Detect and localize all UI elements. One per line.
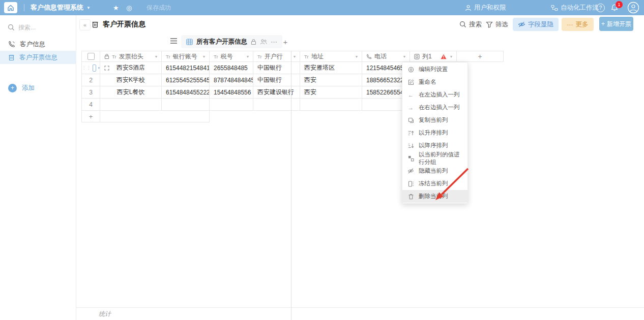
column-header-bank-account[interactable]: Tr 银行账号 ▾	[162, 51, 210, 62]
cell-bank-account[interactable]: 615448215484121548	[162, 62, 210, 74]
home-button[interactable]	[4, 2, 17, 13]
field-visibility-button[interactable]: 字段显隐	[513, 18, 559, 31]
drag-handle-icon[interactable]: ⋮⋮	[82, 67, 91, 70]
view-tab-more-icon[interactable]: ⋯	[271, 38, 277, 46]
cell-bank-account[interactable]	[162, 99, 210, 111]
cell-tax-number[interactable]: 15454848556	[210, 86, 253, 99]
column-header-invoice-title[interactable]: Tr 发票抬头 ▾	[100, 51, 162, 62]
cell-bank-account[interactable]: 6154848455222225...	[162, 86, 210, 99]
column-header-tax-number[interactable]: Tr 税号 ▾	[210, 51, 253, 62]
cell-value: 6154848455222225...	[166, 89, 210, 96]
add-column-button[interactable]: +	[457, 51, 504, 62]
row-head[interactable]: 4	[81, 99, 100, 111]
search-button[interactable]: 搜索	[459, 18, 482, 31]
expand-record-icon[interactable]	[104, 66, 109, 71]
column-header-phone[interactable]: 电话 ▾	[362, 51, 410, 62]
favorite-star-icon[interactable]: ★	[113, 0, 119, 15]
eye-off-icon	[407, 168, 414, 174]
add-view-button[interactable]: +	[279, 35, 292, 48]
select-all-cell[interactable]	[81, 51, 100, 62]
table-row[interactable]: ⋮⋮ ▾ 西安S酒店 615448215484121548 2655848485…	[81, 62, 457, 74]
cell-bank-branch[interactable]: 中国银行	[253, 74, 300, 86]
column-dropdown-icon[interactable]: ▾	[450, 54, 452, 59]
cell-bank-branch[interactable]: 西安建设银行	[253, 86, 300, 99]
cell-invoice-title[interactable]: 西安K学校	[100, 74, 162, 86]
add-row-button[interactable]: +	[81, 111, 100, 122]
row-head[interactable]: 3	[81, 86, 100, 99]
table-row[interactable]: 4	[81, 99, 457, 111]
column-header-address[interactable]: Tr 地址 ▾	[300, 51, 362, 62]
column-dropdown-icon[interactable]: ▾	[155, 54, 157, 59]
cell-address[interactable]: 西安	[300, 74, 362, 86]
sort-asc-icon	[407, 130, 414, 136]
arrow-left-icon: ←	[407, 91, 414, 98]
group-icon	[407, 155, 414, 162]
cell-tax-number[interactable]: 878748484845	[210, 74, 253, 86]
column-dropdown-icon[interactable]: ▾	[294, 54, 296, 59]
select-all-checkbox[interactable]	[87, 53, 95, 60]
column-header-column1[interactable]: 列1 ▾	[410, 51, 457, 62]
cell-invoice-title[interactable]: 西安S酒店	[100, 62, 162, 74]
menu-item-label: 以升序排列	[419, 129, 448, 137]
cell-value: 西安雁塔区	[304, 63, 335, 72]
menu-item-rename[interactable]: 重命名	[402, 76, 467, 88]
cell-tax-number[interactable]	[210, 99, 253, 111]
row-checkbox[interactable]	[93, 65, 96, 72]
cell-bank-branch[interactable]: 中国银行	[253, 62, 300, 74]
sidebar-add-button[interactable]: + 添加	[0, 80, 76, 95]
sidebar-search-input[interactable]	[17, 23, 70, 31]
cell-value: 15454848556	[214, 89, 251, 96]
column-dropdown-icon[interactable]: ▾	[356, 54, 358, 59]
cell-invoice-title[interactable]	[100, 99, 162, 111]
nav-user-permissions[interactable]: 用户和权限	[465, 0, 506, 15]
stats-bar[interactable]: 统计	[76, 307, 644, 320]
menu-item-insert-right[interactable]: → 在右边插入一列	[402, 101, 467, 114]
nav-automation[interactable]: 自动化工作流	[551, 0, 599, 15]
sidebar: 客户信息 客户开票信息 + 添加	[0, 15, 76, 320]
add-row-cell[interactable]	[100, 111, 210, 122]
menu-item-group-by-column[interactable]: 以当前列的值进行分组	[402, 152, 467, 165]
column-dropdown-icon[interactable]: ▾	[247, 54, 249, 59]
row-head[interactable]: ⋮⋮ ▾	[81, 62, 100, 74]
cell-invoice-title[interactable]: 西安L餐饮	[100, 86, 162, 99]
cell-value: 15852266554	[366, 89, 403, 96]
target-icon[interactable]: ◎	[126, 0, 132, 15]
cell-bank-account[interactable]: 6125545255545666	[162, 74, 210, 86]
menu-item-edit-column[interactable]: 编辑列设置	[402, 63, 467, 76]
cell-address[interactable]	[300, 99, 362, 111]
column-dropdown-icon[interactable]: ▾	[403, 54, 405, 59]
cell-tax-number[interactable]: 2655848485	[210, 62, 253, 74]
avatar-icon	[627, 2, 639, 14]
view-tab-all-invoices[interactable]: 所有客户开票信息 ⋯	[181, 35, 282, 48]
view-list-icon[interactable]	[170, 38, 178, 44]
menu-item-sort-ascending[interactable]: 以升序排列	[402, 126, 467, 139]
cell-bank-branch[interactable]	[253, 99, 300, 111]
menu-item-insert-left[interactable]: ← 在左边插入一列	[402, 88, 467, 101]
column-dropdown-icon[interactable]: ▾	[203, 54, 205, 59]
cell-value: 西安K学校	[116, 76, 145, 84]
cell-address[interactable]: 西安雁塔区	[300, 62, 362, 74]
new-invoice-button[interactable]: + 新增开票	[599, 17, 633, 31]
menu-item-duplicate-column[interactable]: 复制当前列	[402, 114, 467, 126]
menu-item-sort-descending[interactable]: 以降序排列	[402, 139, 467, 152]
app-title[interactable]: 客户信息管理系统 ▼	[31, 0, 91, 15]
collapse-sidebar-button[interactable]: «	[79, 19, 91, 30]
filter-button[interactable]: 筛选	[486, 18, 508, 31]
column-label: 开户行	[265, 52, 283, 61]
add-row[interactable]: +	[81, 111, 210, 122]
workflow-icon	[551, 5, 558, 11]
arrow-right-icon: →	[407, 104, 414, 111]
help-button[interactable]: ?	[596, 0, 605, 15]
avatar[interactable]	[627, 0, 639, 15]
column-header-bank-branch[interactable]: Tr 开户行 ▾	[253, 51, 300, 62]
table-row[interactable]: 3 西安L餐饮 6154848455222225... 15454848556 …	[81, 86, 457, 99]
sidebar-item-customer-info[interactable]: 客户信息	[0, 38, 76, 51]
row-caret-icon[interactable]: ▾	[98, 66, 100, 70]
sidebar-item-invoice-info[interactable]: 客户开票信息	[0, 51, 76, 64]
cell-address[interactable]: 西安	[300, 86, 362, 99]
search-icon	[459, 21, 466, 28]
more-button[interactable]: ⋯ 更多	[562, 18, 594, 31]
table-row[interactable]: 2 西安K学校 6125545255545666 878748484845 中国…	[81, 74, 457, 86]
row-head[interactable]: 2	[81, 74, 100, 86]
sidebar-search[interactable]	[0, 22, 76, 34]
